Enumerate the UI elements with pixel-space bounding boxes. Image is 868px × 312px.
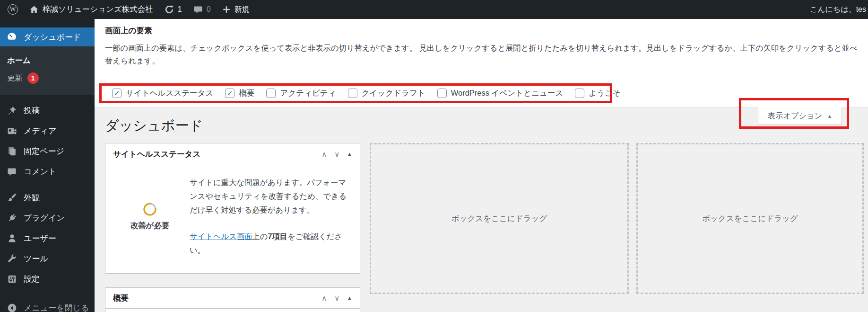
move-up-icon[interactable]: ∧	[321, 294, 327, 302]
update-icon	[165, 5, 174, 14]
sidebar-item-dashboard[interactable]: ダッシュボード	[0, 27, 95, 46]
update-count: 1	[178, 5, 182, 14]
checkbox-box: ✓	[225, 89, 234, 98]
main-content: 画面上の要素 一部の画面上の要素は、チェックボックスを使って表示と非表示の切り替…	[95, 19, 868, 312]
media-icon	[6, 126, 17, 136]
checkbox-box: ✓	[112, 89, 122, 98]
sliders-icon	[6, 274, 17, 284]
sidebar-item-tools[interactable]: ツール	[0, 249, 95, 269]
annotation-red-box-checkboxes: ✓ サイトヘルスステータス ✓ 概要 ✓ アクティビティ ✓ クイックドラフト …	[99, 83, 612, 103]
checkbox-box: ✓	[575, 89, 584, 98]
wordpress-logo-icon: W	[8, 4, 18, 15]
checkbox-box: ✓	[348, 89, 357, 98]
sidebar-item-users[interactable]: ユーザー	[0, 228, 95, 249]
site-name-label: 梓誠ソリューションズ株式会社	[43, 4, 153, 15]
sidebar-item-pages[interactable]: 固定ページ	[0, 141, 95, 161]
site-health-description: サイトに重大な問題があります。パフォーマンスやセキュリティを改善するため、できる…	[190, 176, 351, 217]
sidebar-subitem-updates[interactable]: 更新 1	[0, 69, 95, 87]
plug-icon	[6, 213, 17, 223]
screen-options-panel: 画面上の要素 一部の画面上の要素は、チェックボックスを使って表示と非表示の切り替…	[95, 19, 868, 108]
dashboard-gauge-icon	[6, 32, 17, 42]
checkbox-site-health-status[interactable]: ✓ サイトヘルスステータス	[112, 88, 213, 98]
admin-sidebar: ダッシュボード ホーム 更新 1 投稿 メディア	[0, 19, 95, 312]
toggle-widget-icon[interactable]: ▲	[347, 152, 352, 157]
sidebar-item-posts[interactable]: 投稿	[0, 100, 95, 121]
checkbox-at-a-glance[interactable]: ✓ 概要	[225, 88, 254, 98]
sidebar-item-plugins[interactable]: プラグイン	[0, 208, 95, 228]
site-health-status-ring	[143, 202, 157, 216]
move-down-icon[interactable]: ∨	[334, 151, 339, 158]
plus-icon	[222, 5, 231, 14]
sidebar-subitem-home[interactable]: ホーム	[0, 52, 95, 69]
screen-options-description: 一部の画面上の要素は、チェックボックスを使って表示と非表示の切り替えができます。…	[105, 42, 858, 67]
collapse-arrow-icon	[6, 303, 17, 312]
sidebar-item-appearance[interactable]: 外観	[0, 187, 95, 208]
site-health-link-line: サイトヘルス画面上の7項目をご確認ください。	[190, 230, 351, 257]
collapse-menu-button[interactable]: メニューを閉じる	[0, 298, 95, 312]
site-health-widget: サイトヘルスステータス ∧ ∨ ▲ 改善が必要 サイトに重大な問題があります。パ…	[105, 143, 360, 274]
sidebar-item-media[interactable]: メディア	[0, 121, 95, 141]
chevron-up-icon: ▲	[827, 113, 833, 119]
user-icon	[6, 233, 17, 243]
comments-icon	[6, 167, 17, 177]
widget-drop-zone[interactable]: ボックスをここにドラッグ	[370, 143, 629, 294]
screen-elements-heading: 画面上の要素	[105, 26, 152, 36]
wrench-icon	[6, 254, 17, 264]
sidebar-item-label: ダッシュボード	[24, 32, 81, 43]
comment-count: 0	[207, 5, 211, 14]
at-a-glance-widget-header[interactable]: 概要 ∧ ∨ ▲	[105, 288, 360, 309]
admin-bar: W 梓誠ソリューションズ株式会社 1 0 新規 こんにちは、tes	[0, 0, 868, 19]
toggle-widget-icon[interactable]: ▲	[347, 295, 352, 301]
new-content-menu[interactable]: 新規	[217, 0, 255, 19]
pushpin-icon	[6, 106, 17, 116]
widget-drop-zone[interactable]: ボックスをここにドラッグ	[636, 143, 864, 294]
comment-bubble-icon	[193, 5, 203, 14]
checkbox-wordpress-events-news[interactable]: ✓ WordPress イベントとニュース	[437, 88, 563, 98]
sidebar-item-settings[interactable]: 設定	[0, 269, 95, 289]
move-down-icon[interactable]: ∨	[334, 294, 339, 302]
site-health-body: 改善が必要 サイトに重大な問題があります。パフォーマンスやセキュリティを改善する…	[105, 165, 360, 257]
updates-menu[interactable]: 1	[159, 0, 188, 19]
account-greeting[interactable]: こんにちは、tes	[810, 0, 866, 19]
checkbox-box: ✓	[266, 89, 276, 98]
screen-options-toggle-button[interactable]: 表示オプション ▲	[758, 107, 842, 125]
pages-icon	[6, 146, 17, 156]
checkbox-welcome[interactable]: ✓ ようこそ	[575, 88, 621, 98]
at-a-glance-widget: 概要 ∧ ∨ ▲	[105, 287, 360, 312]
checkbox-activity[interactable]: ✓ アクティビティ	[266, 88, 336, 98]
status-label: 改善が必要	[130, 221, 170, 231]
dashboard-submenu: ホーム 更新 1	[0, 46, 95, 95]
comments-menu[interactable]: 0	[188, 0, 217, 19]
update-count-badge: 1	[27, 72, 39, 84]
widget-title: 概要	[113, 293, 321, 303]
checkbox-box: ✓	[437, 89, 447, 98]
widget-title: サイトヘルスステータス	[113, 149, 321, 160]
new-label: 新規	[234, 5, 250, 15]
paintbrush-icon	[6, 193, 17, 203]
home-icon	[29, 5, 39, 14]
wordpress-logo-menu[interactable]: W	[7, 0, 24, 19]
site-name-link[interactable]: 梓誠ソリューションズ株式会社	[24, 0, 159, 19]
site-health-widget-header[interactable]: サイトヘルスステータス ∧ ∨ ▲	[105, 143, 360, 165]
checkbox-quick-draft[interactable]: ✓ クイックドラフト	[348, 88, 425, 98]
move-up-icon[interactable]: ∧	[321, 151, 327, 158]
sidebar-item-comments[interactable]: コメント	[0, 161, 95, 182]
page-title: ダッシュボード	[105, 116, 203, 135]
site-health-screen-link[interactable]: サイトヘルス画面	[190, 232, 252, 241]
